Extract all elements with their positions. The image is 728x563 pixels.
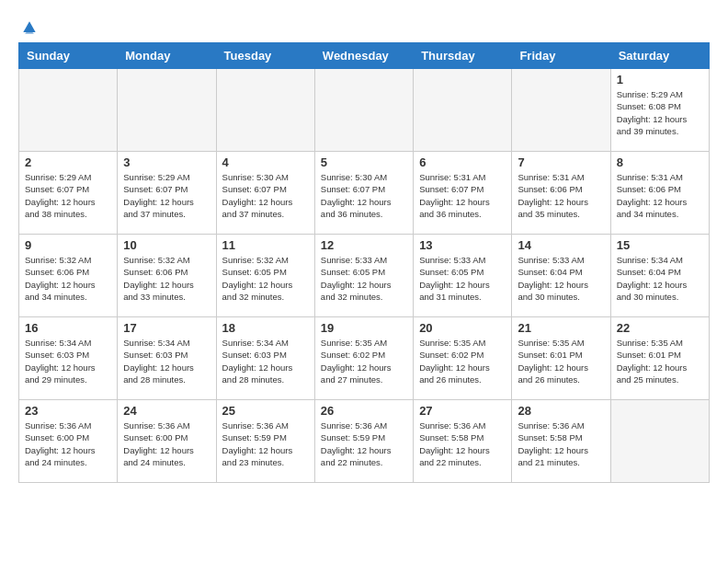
day-number: 6 bbox=[419, 155, 506, 169]
day-cell bbox=[414, 69, 512, 152]
day-cell bbox=[216, 69, 314, 152]
week-row-3: 9Sunrise: 5:32 AM Sunset: 6:06 PM Daylig… bbox=[19, 235, 710, 317]
day-info: Sunrise: 5:31 AM Sunset: 6:06 PM Dayligh… bbox=[518, 171, 604, 220]
day-number: 1 bbox=[617, 73, 703, 86]
day-info: Sunrise: 5:29 AM Sunset: 6:07 PM Dayligh… bbox=[25, 171, 111, 220]
header-cell-wednesday: Wednesday bbox=[314, 43, 413, 69]
day-cell: 24Sunrise: 5:36 AM Sunset: 6:00 PM Dayli… bbox=[118, 400, 216, 483]
day-cell: 28Sunrise: 5:36 AM Sunset: 5:58 PM Dayli… bbox=[512, 400, 610, 483]
day-cell: 5Sunrise: 5:30 AM Sunset: 6:07 PM Daylig… bbox=[314, 152, 413, 235]
day-info: Sunrise: 5:35 AM Sunset: 6:01 PM Dayligh… bbox=[518, 337, 604, 385]
week-row-2: 2Sunrise: 5:29 AM Sunset: 6:07 PM Daylig… bbox=[19, 152, 710, 235]
day-info: Sunrise: 5:36 AM Sunset: 5:59 PM Dayligh… bbox=[222, 419, 309, 468]
day-cell: 16Sunrise: 5:34 AM Sunset: 6:03 PM Dayli… bbox=[19, 317, 118, 400]
day-number: 9 bbox=[25, 238, 111, 252]
day-cell: 17Sunrise: 5:34 AM Sunset: 6:03 PM Dayli… bbox=[118, 317, 216, 400]
header-cell-saturday: Saturday bbox=[610, 43, 709, 69]
day-cell bbox=[314, 69, 413, 152]
day-number: 24 bbox=[123, 404, 210, 418]
week-row-1: 1Sunrise: 5:29 AM Sunset: 6:08 PM Daylig… bbox=[19, 69, 710, 152]
day-number: 21 bbox=[518, 321, 604, 335]
day-number: 12 bbox=[321, 238, 407, 252]
day-info: Sunrise: 5:34 AM Sunset: 6:03 PM Dayligh… bbox=[25, 337, 111, 385]
day-cell: 10Sunrise: 5:32 AM Sunset: 6:06 PM Dayli… bbox=[118, 235, 216, 317]
day-number: 4 bbox=[222, 155, 309, 169]
day-info: Sunrise: 5:36 AM Sunset: 5:58 PM Dayligh… bbox=[518, 419, 604, 468]
day-cell: 2Sunrise: 5:29 AM Sunset: 6:07 PM Daylig… bbox=[19, 152, 118, 235]
day-number: 16 bbox=[25, 321, 111, 335]
day-info: Sunrise: 5:30 AM Sunset: 6:07 PM Dayligh… bbox=[321, 171, 407, 220]
day-info: Sunrise: 5:30 AM Sunset: 6:07 PM Dayligh… bbox=[222, 171, 309, 220]
day-info: Sunrise: 5:36 AM Sunset: 5:59 PM Dayligh… bbox=[321, 419, 407, 468]
day-info: Sunrise: 5:33 AM Sunset: 6:04 PM Dayligh… bbox=[518, 254, 604, 303]
day-info: Sunrise: 5:35 AM Sunset: 6:02 PM Dayligh… bbox=[321, 337, 407, 385]
header-cell-tuesday: Tuesday bbox=[216, 43, 314, 69]
day-cell: 12Sunrise: 5:33 AM Sunset: 6:05 PM Dayli… bbox=[314, 235, 413, 317]
day-info: Sunrise: 5:32 AM Sunset: 6:05 PM Dayligh… bbox=[222, 254, 309, 303]
day-info: Sunrise: 5:29 AM Sunset: 6:07 PM Dayligh… bbox=[123, 171, 210, 220]
day-cell: 11Sunrise: 5:32 AM Sunset: 6:05 PM Dayli… bbox=[216, 235, 314, 317]
day-number: 11 bbox=[222, 238, 309, 252]
day-number: 17 bbox=[123, 321, 210, 335]
day-cell: 14Sunrise: 5:33 AM Sunset: 6:04 PM Dayli… bbox=[512, 235, 610, 317]
day-info: Sunrise: 5:35 AM Sunset: 6:01 PM Dayligh… bbox=[617, 337, 703, 385]
day-info: Sunrise: 5:34 AM Sunset: 6:03 PM Dayligh… bbox=[222, 337, 309, 385]
day-info: Sunrise: 5:35 AM Sunset: 6:02 PM Dayligh… bbox=[419, 337, 506, 385]
day-cell: 9Sunrise: 5:32 AM Sunset: 6:06 PM Daylig… bbox=[19, 235, 118, 317]
day-cell bbox=[610, 400, 709, 483]
day-number: 23 bbox=[25, 404, 111, 418]
day-cell: 19Sunrise: 5:35 AM Sunset: 6:02 PM Dayli… bbox=[314, 317, 413, 400]
day-cell: 25Sunrise: 5:36 AM Sunset: 5:59 PM Dayli… bbox=[216, 400, 314, 483]
logo-icon bbox=[20, 18, 39, 37]
header-row: SundayMondayTuesdayWednesdayThursdayFrid… bbox=[19, 43, 710, 69]
day-number: 25 bbox=[222, 404, 309, 418]
day-cell: 20Sunrise: 5:35 AM Sunset: 6:02 PM Dayli… bbox=[414, 317, 512, 400]
logo bbox=[18, 18, 39, 33]
day-info: Sunrise: 5:34 AM Sunset: 6:03 PM Dayligh… bbox=[123, 337, 210, 385]
day-info: Sunrise: 5:33 AM Sunset: 6:05 PM Dayligh… bbox=[321, 254, 407, 303]
day-cell: 15Sunrise: 5:34 AM Sunset: 6:04 PM Dayli… bbox=[610, 235, 709, 317]
day-info: Sunrise: 5:31 AM Sunset: 6:07 PM Dayligh… bbox=[419, 171, 506, 220]
day-number: 14 bbox=[518, 238, 604, 252]
day-cell: 13Sunrise: 5:33 AM Sunset: 6:05 PM Dayli… bbox=[414, 235, 512, 317]
day-number: 13 bbox=[419, 238, 506, 252]
day-cell: 7Sunrise: 5:31 AM Sunset: 6:06 PM Daylig… bbox=[512, 152, 610, 235]
page-header bbox=[18, 18, 710, 33]
day-info: Sunrise: 5:36 AM Sunset: 5:58 PM Dayligh… bbox=[419, 419, 506, 468]
day-cell bbox=[19, 69, 118, 152]
day-cell: 23Sunrise: 5:36 AM Sunset: 6:00 PM Dayli… bbox=[19, 400, 118, 483]
day-info: Sunrise: 5:33 AM Sunset: 6:05 PM Dayligh… bbox=[419, 254, 506, 303]
day-cell: 8Sunrise: 5:31 AM Sunset: 6:06 PM Daylig… bbox=[610, 152, 709, 235]
day-info: Sunrise: 5:29 AM Sunset: 6:08 PM Dayligh… bbox=[617, 88, 703, 137]
day-info: Sunrise: 5:32 AM Sunset: 6:06 PM Dayligh… bbox=[25, 254, 111, 303]
header-cell-thursday: Thursday bbox=[414, 43, 512, 69]
week-row-4: 16Sunrise: 5:34 AM Sunset: 6:03 PM Dayli… bbox=[19, 317, 710, 400]
day-cell: 27Sunrise: 5:36 AM Sunset: 5:58 PM Dayli… bbox=[414, 400, 512, 483]
day-number: 2 bbox=[25, 155, 111, 169]
day-number: 20 bbox=[419, 321, 506, 335]
day-number: 10 bbox=[123, 238, 210, 252]
day-number: 3 bbox=[123, 155, 210, 169]
day-cell: 21Sunrise: 5:35 AM Sunset: 6:01 PM Dayli… bbox=[512, 317, 610, 400]
day-number: 28 bbox=[518, 404, 604, 418]
day-number: 18 bbox=[222, 321, 309, 335]
calendar-table: SundayMondayTuesdayWednesdayThursdayFrid… bbox=[18, 42, 710, 483]
day-info: Sunrise: 5:34 AM Sunset: 6:04 PM Dayligh… bbox=[617, 254, 703, 303]
week-row-5: 23Sunrise: 5:36 AM Sunset: 6:00 PM Dayli… bbox=[19, 400, 710, 483]
day-info: Sunrise: 5:31 AM Sunset: 6:06 PM Dayligh… bbox=[617, 171, 703, 220]
day-number: 22 bbox=[617, 321, 703, 335]
day-cell bbox=[512, 69, 610, 152]
day-cell: 22Sunrise: 5:35 AM Sunset: 6:01 PM Dayli… bbox=[610, 317, 709, 400]
day-number: 19 bbox=[321, 321, 407, 335]
day-cell: 4Sunrise: 5:30 AM Sunset: 6:07 PM Daylig… bbox=[216, 152, 314, 235]
header-cell-sunday: Sunday bbox=[19, 43, 118, 69]
day-cell: 18Sunrise: 5:34 AM Sunset: 6:03 PM Dayli… bbox=[216, 317, 314, 400]
day-cell: 6Sunrise: 5:31 AM Sunset: 6:07 PM Daylig… bbox=[414, 152, 512, 235]
day-cell bbox=[118, 69, 216, 152]
day-number: 26 bbox=[321, 404, 407, 418]
day-number: 5 bbox=[321, 155, 407, 169]
header-cell-friday: Friday bbox=[512, 43, 610, 69]
day-number: 8 bbox=[617, 155, 703, 169]
day-info: Sunrise: 5:36 AM Sunset: 6:00 PM Dayligh… bbox=[25, 419, 111, 468]
day-cell: 26Sunrise: 5:36 AM Sunset: 5:59 PM Dayli… bbox=[314, 400, 413, 483]
